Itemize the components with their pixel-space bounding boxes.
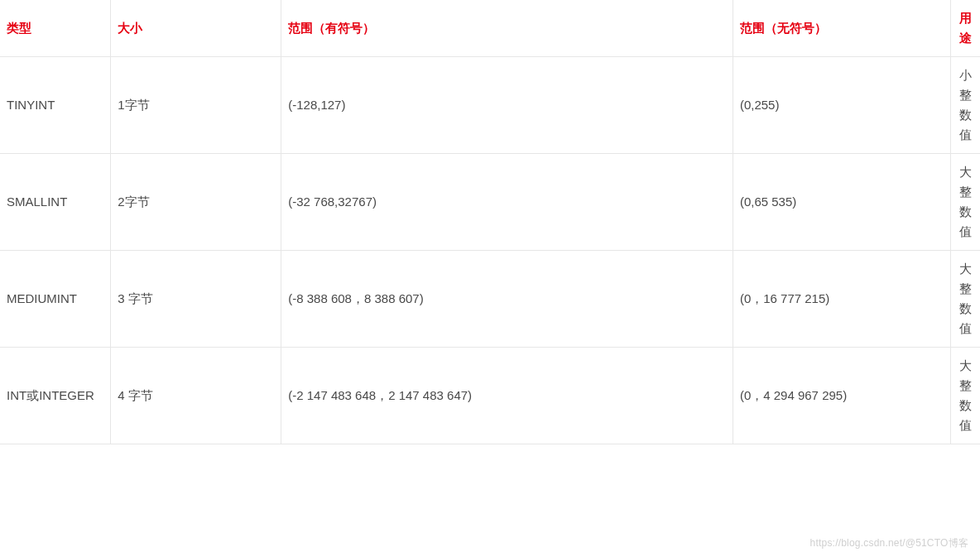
cell-unsigned: (0，16 777 215) [733,251,951,348]
cell-usage: 大整数值 [951,348,980,444]
cell-unsigned: (0，4 294 967 295) [733,348,951,444]
cell-type: TINYINT [0,57,111,154]
header-type: 类型 [0,0,111,57]
header-signed: 范围（有符号） [281,0,733,57]
table-row: INT或INTEGER 4 字节 (-2 147 483 648，2 147 4… [0,348,980,444]
header-unsigned: 范围（无符号） [733,0,951,57]
cell-signed: (-8 388 608，8 388 607) [281,251,733,348]
cell-size: 1字节 [111,57,281,154]
cell-type: SMALLINT [0,154,111,251]
table-row: TINYINT 1字节 (-128,127) (0,255) 小整数值 [0,57,980,154]
watermark-text: https://blog.csdn.net/@51CTO博客 [810,536,968,550]
cell-usage: 大整数值 [951,154,980,251]
cell-signed: (-2 147 483 648，2 147 483 647) [281,348,733,444]
cell-usage: 大整数值 [951,251,980,348]
header-row: 类型 大小 范围（有符号） 范围（无符号） 用途 [0,0,980,57]
header-size: 大小 [111,0,281,57]
table-row: MEDIUMINT 3 字节 (-8 388 608，8 388 607) (0… [0,251,980,348]
cell-type: INT或INTEGER [0,348,111,444]
page-wrap: 类型 大小 范围（有符号） 范围（无符号） 用途 TINYINT 1字节 (-1… [0,0,980,557]
cell-signed: (-128,127) [281,57,733,154]
table-row: SMALLINT 2字节 (-32 768,32767) (0,65 535) … [0,154,980,251]
table-head: 类型 大小 范围（有符号） 范围（无符号） 用途 [0,0,980,57]
cell-signed: (-32 768,32767) [281,154,733,251]
cell-usage: 小整数值 [951,57,980,154]
table-body: TINYINT 1字节 (-128,127) (0,255) 小整数值 SMAL… [0,57,980,444]
cell-unsigned: (0,255) [733,57,951,154]
cell-size: 4 字节 [111,348,281,444]
cell-size: 3 字节 [111,251,281,348]
cell-unsigned: (0,65 535) [733,154,951,251]
datatype-table: 类型 大小 范围（有符号） 范围（无符号） 用途 TINYINT 1字节 (-1… [0,0,980,444]
cell-type: MEDIUMINT [0,251,111,348]
cell-size: 2字节 [111,154,281,251]
header-usage: 用途 [951,0,980,57]
